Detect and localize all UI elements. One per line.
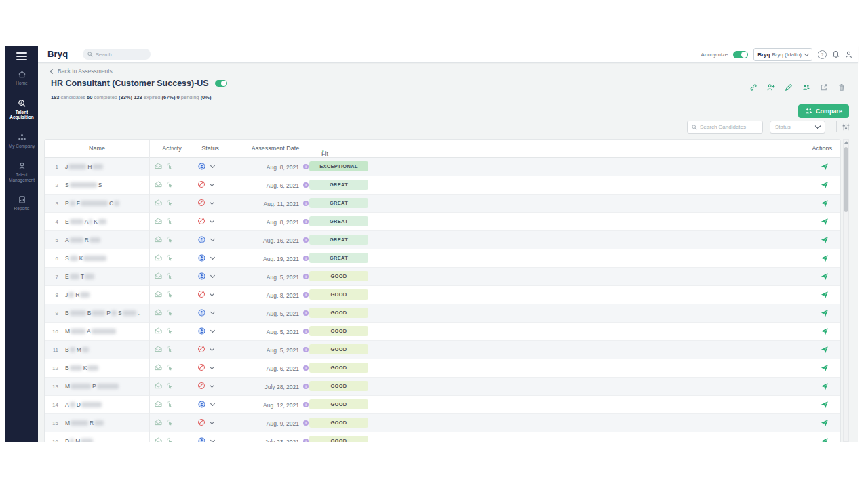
table-row[interactable]: 14 AD Aug. 12, 2021 i GOOD [45,396,840,414]
sidebar-item-home[interactable]: Home [5,70,38,86]
cursor-click-icon[interactable] [166,218,173,225]
envelope-open-icon[interactable] [155,254,162,261]
send-reminder-icon[interactable] [821,401,829,409]
sidebar-item-my-company[interactable]: My Company [5,133,38,149]
copy-link-icon[interactable] [749,83,757,92]
assessment-active-toggle[interactable] [215,80,227,87]
info-icon[interactable]: i [303,329,309,334]
send-reminder-icon[interactable] [821,382,829,390]
envelope-open-icon[interactable] [155,419,162,426]
cursor-click-icon[interactable] [166,291,173,298]
menu-toggle-icon[interactable] [16,52,27,60]
add-candidate-icon[interactable] [767,83,775,92]
send-reminder-icon[interactable] [821,199,829,207]
help-icon[interactable]: ? [818,50,827,59]
table-row[interactable]: 4 EAK Aug. 8, 2021 i GREAT [45,213,840,231]
envelope-open-icon[interactable] [155,309,162,316]
envelope-open-icon[interactable] [155,382,162,389]
table-row[interactable]: 3 PFC Aug. 11, 2021 i GREAT [45,195,840,213]
candidate-name[interactable]: AD [65,401,103,408]
send-reminder-icon[interactable] [821,181,829,189]
info-icon[interactable]: i [303,237,309,243]
send-reminder-icon[interactable] [821,437,829,442]
anonymize-toggle[interactable] [733,51,748,58]
cursor-click-icon[interactable] [166,309,173,317]
table-row[interactable]: 10 MA Aug. 5, 2021 i GOOD [45,323,840,341]
send-reminder-icon[interactable] [821,236,829,244]
candidate-name[interactable]: ET [65,273,96,280]
status-cell[interactable] [198,199,214,206]
info-icon[interactable]: i [303,274,309,279]
cursor-click-icon[interactable] [166,382,173,390]
cursor-click-icon[interactable] [166,163,173,170]
status-cell[interactable] [198,327,214,335]
status-filter-dropdown[interactable]: Status [770,121,825,134]
info-icon[interactable]: i [303,420,309,426]
status-cell[interactable] [198,163,214,170]
candidate-name[interactable]: DM [65,438,94,442]
info-icon[interactable]: i [303,384,309,389]
cursor-click-icon[interactable] [166,181,173,188]
table-row[interactable]: 15 MR Aug. 9, 2021 i GOOD [45,414,840,432]
sidebar-item-reports[interactable]: Reports [5,195,38,211]
export-icon[interactable] [820,83,828,92]
table-row[interactable]: 9 BBPS.. Aug. 5, 2021 i GOOD [45,304,840,323]
cursor-click-icon[interactable] [166,364,173,371]
send-reminder-icon[interactable] [821,163,829,171]
candidate-name[interactable]: SS [65,182,102,188]
envelope-open-icon[interactable] [155,199,162,206]
sidebar-item-talent-management[interactable]: Talent Management [5,161,38,182]
cursor-click-icon[interactable] [166,419,173,426]
info-icon[interactable]: i [303,402,309,407]
candidate-name[interactable]: MA [65,328,117,335]
status-cell[interactable] [198,254,214,262]
envelope-open-icon[interactable] [155,401,162,407]
candidate-name[interactable]: BK [65,365,100,371]
table-row[interactable]: 11 BM Aug. 5, 2021 i GOOD [45,341,840,359]
info-icon[interactable]: i [303,164,309,169]
info-icon[interactable]: i [303,219,309,224]
scrollbar-thumb[interactable] [844,147,848,212]
send-reminder-icon[interactable] [821,346,829,354]
cursor-click-icon[interactable] [166,254,173,262]
candidate-name[interactable]: PFC [65,200,121,207]
info-icon[interactable]: i [303,365,309,371]
table-row[interactable]: 12 BK Aug. 6, 2021 i GOOD [45,359,840,378]
envelope-open-icon[interactable] [155,437,162,442]
table-row[interactable]: 2 SS Aug. 6, 2021 i GREAT [45,176,840,195]
candidate-name[interactable]: BBPS.. [65,310,140,317]
envelope-open-icon[interactable] [155,327,162,334]
status-cell[interactable] [198,382,214,389]
candidate-name[interactable]: BM [65,346,90,353]
table-row[interactable]: 7 ET Aug. 5, 2021 i GOOD [45,268,840,286]
cursor-click-icon[interactable] [166,272,173,280]
send-reminder-icon[interactable] [821,291,829,299]
envelope-open-icon[interactable] [155,181,162,188]
send-reminder-icon[interactable] [821,327,829,336]
table-row[interactable]: 8 JR Aug. 8, 2021 i GOOD [45,286,840,304]
envelope-open-icon[interactable] [155,346,162,352]
info-icon[interactable]: i [303,256,309,261]
envelope-open-icon[interactable] [155,163,162,169]
info-icon[interactable]: i [303,310,309,316]
send-reminder-icon[interactable] [821,309,829,317]
status-cell[interactable] [198,364,214,371]
candidate-name[interactable]: SK [65,255,108,262]
global-search-input[interactable]: Search [83,49,151,60]
candidate-name[interactable]: AR [65,237,102,243]
cursor-click-icon[interactable] [166,327,173,335]
envelope-open-icon[interactable] [155,364,162,371]
info-icon[interactable]: i [303,439,309,442]
cursor-click-icon[interactable] [166,346,173,353]
compare-button[interactable]: Compare [798,104,849,118]
search-candidates-input[interactable]: Search Candidates [687,121,763,134]
envelope-open-icon[interactable] [155,291,162,298]
column-settings-icon[interactable] [842,123,850,131]
edit-icon[interactable] [785,83,793,92]
scroll-up-arrow[interactable] [844,141,848,144]
table-row[interactable]: 13 MP July 28, 2021 i GOOD [45,378,840,396]
send-reminder-icon[interactable] [821,254,829,262]
status-cell[interactable] [198,272,214,280]
candidate-name[interactable]: JH [65,163,104,170]
sidebar-item-talent-acquisition[interactable]: Talent Acquisition [5,99,38,120]
